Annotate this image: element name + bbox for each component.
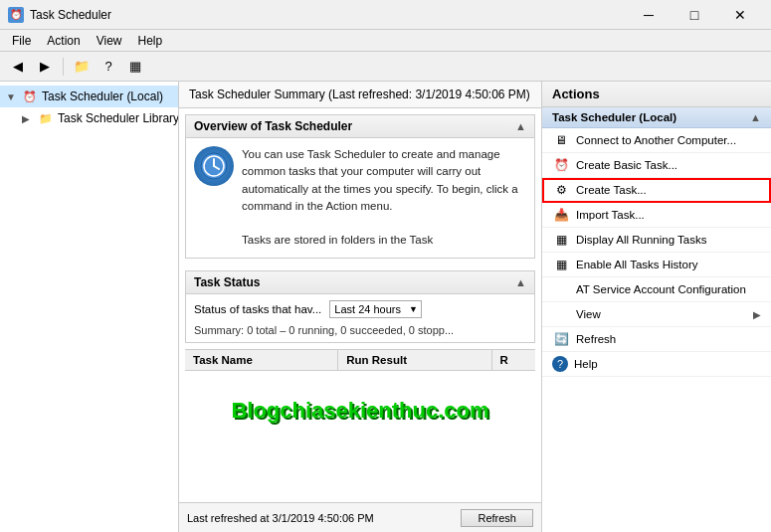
- window-title: Task Scheduler: [30, 8, 111, 22]
- tree-label-local: Task Scheduler (Local): [42, 89, 163, 103]
- status-dropdown[interactable]: Last 24 hours ▼: [329, 300, 422, 318]
- dropdown-arrow-icon: ▼: [409, 304, 418, 314]
- menu-bar: File Action View Help: [0, 30, 771, 52]
- task-status-title: Task Status: [194, 275, 260, 289]
- at-service-icon: [552, 281, 570, 297]
- tree-expand-library: ▶: [22, 113, 38, 124]
- view-icon: [552, 306, 570, 322]
- menu-file[interactable]: File: [4, 32, 39, 50]
- tree-label-library: Task Scheduler Library: [58, 111, 179, 125]
- overview-title: Overview of Task Scheduler: [194, 119, 352, 133]
- table-body: Blogchiasekienthuc.com: [185, 371, 535, 450]
- action-view[interactable]: View ▶: [542, 302, 771, 327]
- import-icon: 📥: [552, 207, 570, 223]
- action-help[interactable]: ? Help: [542, 352, 771, 377]
- task-table: Task Name Run Result R Blogchiasekienthu…: [185, 349, 535, 503]
- summary-text: Summary: 0 total – 0 running, 0 succeede…: [186, 324, 534, 342]
- action-connect-label: Connect to Another Computer...: [576, 134, 736, 146]
- center-scroll: Overview of Task Scheduler ▲ You can use: [179, 108, 541, 502]
- status-row: Status of tasks that hav... Last 24 hour…: [186, 294, 534, 324]
- action-at-service[interactable]: AT Service Account Configuration: [542, 277, 771, 302]
- refresh-button[interactable]: Refresh: [461, 509, 533, 527]
- last-refreshed-text: Last refreshed at 3/1/2019 4:50:06 PM: [187, 512, 374, 524]
- overview-section: Overview of Task Scheduler ▲ You can use: [185, 114, 535, 259]
- actions-panel: Actions Task Scheduler (Local) ▲ 🖥 Conne…: [542, 82, 771, 532]
- forward-button[interactable]: ▶: [33, 56, 57, 78]
- table-header: Task Name Run Result R: [185, 350, 535, 371]
- action-create-task[interactable]: ⚙ Create Task...: [542, 178, 771, 203]
- overview-content: You can use Task Scheduler to create and…: [186, 138, 534, 258]
- action-help-label: Help: [574, 358, 598, 370]
- action-create-basic-label: Create Basic Task...: [576, 159, 677, 171]
- overview-toggle[interactable]: ▲: [515, 120, 526, 132]
- task-status-toggle[interactable]: ▲: [515, 276, 526, 288]
- menu-action[interactable]: Action: [39, 32, 88, 50]
- actions-section-header: Task Scheduler (Local) ▲: [542, 107, 771, 128]
- close-button[interactable]: ✕: [717, 0, 763, 30]
- task-status-header: Task Status ▲: [186, 271, 534, 294]
- action-create-basic[interactable]: ⏰ Create Basic Task...: [542, 153, 771, 178]
- enable-history-icon: ▦: [552, 257, 570, 272]
- show-button[interactable]: ▦: [123, 56, 147, 78]
- action-view-label: View: [576, 308, 601, 320]
- tree-item-local[interactable]: ▼ ⏰ Task Scheduler (Local): [0, 86, 178, 107]
- connect-icon: 🖥: [552, 132, 570, 148]
- actions-section-title: Task Scheduler (Local): [552, 111, 676, 123]
- bottom-bar: Last refreshed at 3/1/2019 4:50:06 PM Re…: [179, 502, 541, 532]
- dropdown-value: Last 24 hours: [334, 303, 401, 315]
- menu-view[interactable]: View: [89, 32, 130, 50]
- status-label: Status of tasks that hav...: [194, 303, 321, 315]
- overview-icon: [194, 146, 234, 186]
- action-enable-history-label: Enable All Tasks History: [576, 259, 698, 270]
- tree-item-library[interactable]: ▶ 📁 Task Scheduler Library: [0, 107, 178, 129]
- tree-panel: ▼ ⏰ Task Scheduler (Local) ▶ 📁 Task Sche…: [0, 82, 179, 532]
- col-run-result: Run Result: [338, 350, 491, 370]
- app-icon: ⏰: [8, 7, 24, 23]
- task-status-section: Task Status ▲ Status of tasks that hav..…: [185, 270, 535, 343]
- create-task-icon: ⚙: [552, 182, 570, 198]
- action-refresh-label: Refresh: [576, 333, 616, 345]
- minimize-button[interactable]: ─: [626, 0, 672, 30]
- overview-text: You can use Task Scheduler to create and…: [242, 146, 526, 250]
- action-enable-history[interactable]: ▦ Enable All Tasks History: [542, 253, 771, 277]
- title-bar: ⏰ Task Scheduler ─ □ ✕: [0, 0, 771, 30]
- maximize-button[interactable]: □: [672, 0, 717, 30]
- center-panel: Task Scheduler Summary (Last refreshed: …: [179, 82, 542, 532]
- summary-header: Task Scheduler Summary (Last refreshed: …: [179, 82, 541, 108]
- view-arrow-icon: ▶: [753, 309, 761, 320]
- actions-collapse-icon[interactable]: ▲: [750, 111, 761, 123]
- action-connect[interactable]: 🖥 Connect to Another Computer...: [542, 128, 771, 153]
- back-button[interactable]: ◀: [6, 56, 30, 78]
- overview-header: Overview of Task Scheduler ▲: [186, 115, 534, 138]
- help-button[interactable]: ?: [96, 56, 120, 78]
- tree-icon-library: 📁: [38, 110, 54, 126]
- refresh-icon: 🔄: [552, 331, 570, 347]
- col-task-name: Task Name: [185, 350, 338, 370]
- action-import-label: Import Task...: [576, 209, 645, 221]
- main-layout: ▼ ⏰ Task Scheduler (Local) ▶ 📁 Task Sche…: [0, 82, 771, 532]
- actions-panel-header: Actions: [542, 82, 771, 107]
- toolbar-separator: [63, 58, 64, 76]
- action-create-task-label: Create Task...: [576, 184, 647, 196]
- create-basic-icon: ⏰: [552, 157, 570, 173]
- toolbar: ◀ ▶ 📁 ? ▦: [0, 52, 771, 82]
- display-running-icon: ▦: [552, 232, 570, 248]
- action-display-running-label: Display All Running Tasks: [576, 234, 706, 246]
- tree-expand-local: ▼: [6, 91, 22, 102]
- col-extra: R: [492, 350, 535, 370]
- summary-header-text: Task Scheduler Summary (Last refreshed: …: [189, 88, 530, 101]
- action-display-running[interactable]: ▦ Display All Running Tasks: [542, 228, 771, 253]
- help-action-icon: ?: [552, 356, 568, 372]
- folder-button[interactable]: 📁: [70, 56, 94, 78]
- action-import[interactable]: 📥 Import Task...: [542, 203, 771, 228]
- action-refresh[interactable]: 🔄 Refresh: [542, 327, 771, 352]
- menu-help[interactable]: Help: [130, 32, 171, 50]
- action-at-service-label: AT Service Account Configuration: [576, 283, 746, 295]
- tree-icon-local: ⏰: [22, 89, 38, 104]
- watermark: Blogchiasekienthuc.com: [231, 398, 488, 424]
- title-bar-controls: ─ □ ✕: [626, 0, 763, 30]
- title-bar-left: ⏰ Task Scheduler: [8, 7, 111, 23]
